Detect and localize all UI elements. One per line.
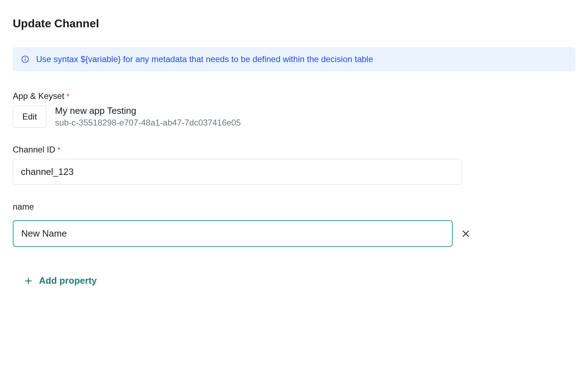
info-banner-text: Use syntax ${variable} for any metadata …: [36, 54, 373, 64]
name-label: name: [13, 202, 34, 212]
channel-id-field: Channel ID*: [13, 145, 575, 185]
keyset-id: sub-c-35518298-e707-48a1-ab47-7dc037416e…: [55, 118, 241, 128]
required-asterisk: *: [57, 145, 61, 154]
name-input[interactable]: [13, 220, 453, 247]
plus-icon: [24, 277, 33, 285]
page-title: Update Channel: [13, 17, 575, 30]
channel-id-input[interactable]: [13, 159, 462, 185]
app-keyset-field: App & Keyset* Edit My new app Testing su…: [13, 91, 575, 128]
channel-id-label: Channel ID: [13, 145, 55, 155]
info-banner: Use syntax ${variable} for any metadata …: [13, 47, 575, 71]
remove-property-button[interactable]: [458, 226, 473, 241]
add-property-button[interactable]: Add property: [24, 272, 97, 289]
name-field: name: [13, 202, 575, 247]
close-icon: [461, 229, 470, 238]
app-keyset-label: App & Keyset: [13, 91, 64, 101]
svg-point-2: [25, 57, 26, 58]
add-property-label: Add property: [39, 275, 97, 286]
required-asterisk: *: [66, 92, 69, 101]
keyset-info: My new app Testing sub-c-35518298-e707-4…: [55, 105, 241, 128]
edit-keyset-button[interactable]: Edit: [13, 106, 46, 128]
keyset-app-name: My new app Testing: [55, 105, 241, 116]
info-icon: [21, 55, 29, 63]
